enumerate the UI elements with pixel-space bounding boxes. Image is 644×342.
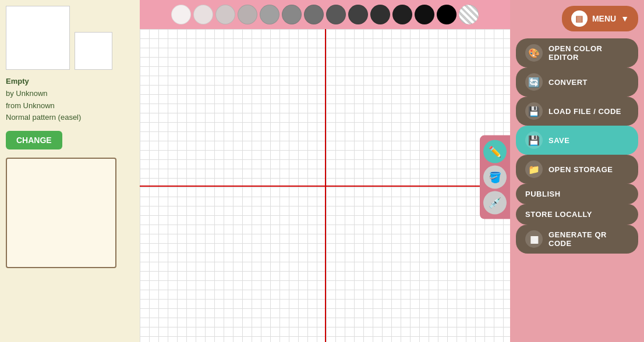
menu-chevron-icon: ▼ bbox=[621, 14, 629, 23]
palette-swatch-swatch-10[interactable] bbox=[370, 5, 390, 24]
load-file-code-button[interactable]: 💾LOAD FILE / CODE bbox=[516, 97, 638, 126]
store-locally-button[interactable]: STORE LOCALLY bbox=[516, 204, 638, 225]
grid-canvas[interactable] bbox=[140, 29, 510, 342]
publish-label: PUBLISH bbox=[525, 190, 561, 198]
pattern-title: Empty bbox=[6, 76, 81, 88]
pattern-from: from Unknown bbox=[6, 100, 81, 112]
pattern-by: by Unknown bbox=[6, 88, 81, 100]
menu-button[interactable]: ▤ MENU ▼ bbox=[562, 6, 638, 31]
palette-swatch-swatch-14[interactable] bbox=[459, 5, 479, 24]
store-locally-label: STORE LOCALLY bbox=[525, 210, 592, 219]
open-storage-button[interactable]: 📁OPEN STORAGE bbox=[516, 155, 638, 184]
palette-swatch-swatch-11[interactable] bbox=[392, 5, 412, 24]
convert-label: CONVERT bbox=[549, 78, 588, 87]
preview-area bbox=[6, 6, 112, 70]
palette-swatch-swatch-12[interactable] bbox=[415, 5, 434, 24]
generate-qr-code-button[interactable]: ▦GENERATE QR CODE bbox=[516, 225, 638, 254]
save-icon: 💾 bbox=[525, 131, 543, 149]
palette-swatch-swatch-1[interactable] bbox=[171, 5, 191, 24]
palette-swatch-swatch-3[interactable] bbox=[215, 5, 235, 24]
pattern-type: Normal pattern (easel) bbox=[6, 112, 81, 124]
menu-label: MENU bbox=[592, 14, 616, 23]
palette-strip bbox=[140, 0, 510, 29]
open-color-editor-label: OPEN COLOR EDITOR bbox=[549, 44, 629, 62]
preview-large bbox=[6, 6, 70, 70]
load-file-code-icon: 💾 bbox=[525, 102, 543, 120]
palette-swatch-swatch-8[interactable] bbox=[326, 5, 346, 24]
save-button[interactable]: 💾SAVE bbox=[516, 126, 638, 155]
open-storage-label: OPEN STORAGE bbox=[549, 165, 613, 174]
palette-swatch-swatch-7[interactable] bbox=[304, 5, 324, 24]
palette-swatch-swatch-4[interactable] bbox=[238, 5, 257, 24]
load-file-code-label: LOAD FILE / CODE bbox=[549, 107, 621, 116]
change-button[interactable]: CHANGE bbox=[6, 131, 62, 149]
convert-button[interactable]: 🔄CONVERT bbox=[516, 67, 638, 97]
menu-icon: ▤ bbox=[571, 10, 588, 27]
sidebar: Empty by Unknown from Unknown Normal pat… bbox=[0, 0, 140, 342]
pattern-info: Empty by Unknown from Unknown Normal pat… bbox=[6, 76, 81, 124]
right-panel: ▤ MENU ▼ 🎨OPEN COLOR EDITOR🔄CONVERT💾LOAD… bbox=[510, 0, 644, 342]
save-label: SAVE bbox=[549, 136, 569, 145]
open-color-editor-icon: 🎨 bbox=[525, 44, 543, 62]
palette-swatch-swatch-2[interactable] bbox=[193, 5, 213, 24]
publish-button[interactable]: PUBLISH bbox=[516, 184, 638, 204]
fill-tool-button[interactable]: 🪣 bbox=[483, 166, 507, 189]
palette-swatch-swatch-5[interactable] bbox=[260, 5, 279, 24]
open-color-editor-button[interactable]: 🎨OPEN COLOR EDITOR bbox=[516, 38, 638, 67]
palette-swatch-swatch-13[interactable] bbox=[437, 5, 457, 24]
generate-qr-code-label: GENERATE QR CODE bbox=[549, 230, 629, 248]
generate-qr-code-icon: ▦ bbox=[525, 230, 543, 248]
canvas-area: ✏️ 🪣 💉 bbox=[140, 0, 510, 342]
tool-buttons: ✏️ 🪣 💉 bbox=[480, 136, 510, 219]
eyedropper-tool-button[interactable]: 💉 bbox=[483, 191, 507, 215]
action-buttons-container: 🎨OPEN COLOR EDITOR🔄CONVERT💾LOAD FILE / C… bbox=[516, 38, 638, 254]
pencil-tool-button[interactable]: ✏️ bbox=[483, 140, 507, 163]
convert-icon: 🔄 bbox=[525, 73, 543, 91]
crosshair-horizontal bbox=[140, 186, 510, 187]
preview-small bbox=[75, 32, 112, 70]
grid-wrapper: ✏️ 🪣 💉 bbox=[140, 29, 510, 342]
palette-swatch-swatch-6[interactable] bbox=[282, 5, 302, 24]
open-storage-icon: 📁 bbox=[525, 161, 543, 178]
palette-swatch-swatch-9[interactable] bbox=[348, 5, 368, 24]
crosshair-vertical bbox=[325, 29, 326, 342]
thumbnail-box bbox=[6, 158, 116, 268]
